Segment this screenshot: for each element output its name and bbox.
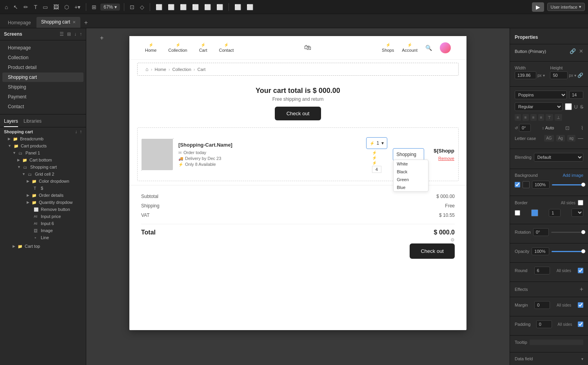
list-view-icon[interactable]: ☰ (60, 31, 64, 37)
nav-search-icon[interactable]: 🔍 (425, 45, 432, 51)
strikethrough-icon[interactable]: S̶ (580, 104, 583, 110)
align-top-text-btn[interactable]: ⊤ (546, 114, 553, 121)
font-style-select[interactable]: Regular (515, 102, 563, 111)
align-right-btn[interactable]: ≡ (530, 114, 537, 121)
layer-shopping-cart[interactable]: ▼ 🗂 Shopping cart (0, 163, 86, 171)
layers-sort-up-icon[interactable]: ↑ (80, 129, 82, 134)
diamond-icon[interactable]: ◇ (138, 3, 146, 11)
color-option-blue[interactable]: Blue (394, 183, 428, 191)
resize-icon[interactable]: ⊡ (565, 125, 570, 131)
round-toggle[interactable] (578, 268, 583, 273)
close-component-icon[interactable]: ✕ (579, 48, 583, 54)
grid-view-icon[interactable]: ⊞ (67, 31, 71, 37)
font-color-swatch[interactable] (565, 103, 572, 110)
sidebar-item-shipping[interactable]: Shipping (2, 82, 83, 92)
layer-panel-1[interactable]: ▼ 🗂 Panel 1 (0, 149, 86, 156)
align-left-icon[interactable]: ⬜ (154, 3, 164, 11)
add-image-button[interactable]: Add image (563, 173, 583, 178)
rotation-slider[interactable] (551, 232, 583, 233)
nav-link-collection[interactable]: ⚡ Collection (168, 43, 187, 53)
layer-dollar[interactable]: T $ (0, 185, 86, 192)
blending-select[interactable]: Default (534, 153, 583, 162)
color-option-white[interactable]: White (394, 160, 428, 168)
layer-input-6[interactable]: AI Input 6 (0, 220, 86, 227)
layer-color-dropdown[interactable]: ▶ 📁 Color dropdown (0, 178, 86, 185)
breadcrumb-item-collection[interactable]: Collection (172, 67, 191, 72)
padding-toggle[interactable] (578, 321, 583, 327)
underline-icon[interactable]: U (574, 104, 578, 110)
layers-sort-down-icon[interactable]: ↓ (75, 129, 77, 134)
height-dropdown-icon[interactable]: ▾ (574, 73, 576, 78)
border-toggle[interactable] (578, 200, 583, 205)
uppercase-btn[interactable]: AG (544, 135, 554, 142)
tab-layers[interactable]: Layers (4, 116, 18, 127)
sort-down-icon[interactable]: ↓ (74, 31, 76, 37)
canvas-add-icon[interactable]: + (100, 35, 103, 42)
sidebar-item-collection[interactable]: Collection (2, 53, 83, 62)
grid-icon[interactable]: ⊡ (128, 3, 136, 11)
rotation-input[interactable] (519, 124, 531, 132)
layer-image[interactable]: 🖼 Image (0, 227, 86, 234)
padding-input[interactable] (536, 320, 552, 328)
layer-order-details[interactable]: ▶ 📁 Order details (0, 192, 86, 199)
home-icon[interactable]: ⌂ (3, 3, 9, 11)
tab-shopping-cart[interactable]: Shopping cart ✕ (36, 17, 80, 28)
align-bottom-text-btn[interactable]: ⊥ (555, 114, 562, 121)
ui-dropdown[interactable]: User interface ▾ (547, 3, 585, 11)
data-field-dropdown-icon[interactable]: ▾ (581, 357, 583, 361)
layer-cart-bottom[interactable]: ▶ 📁 Cart bottom (0, 156, 86, 163)
cursor-icon[interactable]: ↖ (12, 3, 20, 11)
dist-v-icon[interactable]: ⬜ (245, 3, 255, 11)
titlecase-btn[interactable]: Ag (556, 135, 565, 142)
layer-grid-cell-2[interactable]: ▼ 🗂 Grid cell 2 (0, 171, 86, 178)
plus-icon[interactable]: +▾ (73, 3, 82, 11)
text-overflow-icon[interactable]: ⌇ (581, 125, 583, 131)
sort-up-icon[interactable]: ↑ (80, 31, 82, 37)
img-icon[interactable]: 🖼 (52, 3, 60, 11)
bg-color-swatch[interactable] (523, 181, 530, 188)
quantity-dropdown[interactable]: ⚡ 1 ▾ (366, 137, 388, 149)
nav-link-contact[interactable]: ⚡ Contact (219, 43, 234, 53)
width-input[interactable] (515, 71, 536, 79)
layer-cart-products[interactable]: ▼ 📁 Cart products (0, 142, 86, 149)
font-size-input[interactable] (569, 91, 583, 99)
tab-close-icon[interactable]: ✕ (73, 20, 76, 24)
checkout-button-top[interactable]: Check out (275, 107, 321, 120)
sidebar-item-payment[interactable]: Payment (2, 92, 83, 102)
font-select[interactable]: Poppins (515, 91, 567, 99)
rotation-value-input[interactable] (533, 228, 549, 236)
nav-shops[interactable]: ⚡ Shops (382, 43, 394, 53)
lowercase-btn[interactable]: ag (567, 135, 575, 142)
text-icon[interactable]: T (32, 3, 39, 11)
height-input[interactable] (550, 71, 568, 79)
tooltip-input[interactable] (530, 340, 583, 345)
opacity-input[interactable] (532, 247, 549, 255)
bg-opacity-slider[interactable] (552, 184, 583, 185)
layer-cart-top[interactable]: ▶ 📁 Cart top (0, 243, 86, 250)
border-width-input[interactable] (549, 209, 561, 217)
border-color-swatch[interactable] (531, 209, 538, 216)
round-input[interactable] (534, 267, 550, 274)
tab-libraries[interactable]: Libraries (24, 116, 42, 127)
checkout-button-bottom[interactable]: Check out (410, 243, 455, 259)
remove-button[interactable]: Remove (438, 156, 454, 161)
sidebar-item-contact[interactable]: Contact (2, 102, 83, 111)
zoom-control[interactable]: 67% ▾ (100, 4, 120, 11)
border-color-toggle[interactable] (515, 210, 520, 216)
align-middle-icon[interactable]: ⬜ (203, 3, 212, 11)
rect-icon[interactable]: ▭ (41, 3, 49, 11)
breadcrumb-item-home[interactable]: Home (155, 67, 166, 72)
tab-add[interactable]: + (81, 18, 91, 28)
margin-toggle[interactable] (578, 302, 583, 308)
layer-breadcrumb[interactable]: ▶ 📁 Breadcrumb (0, 135, 86, 142)
align-left-btn[interactable]: ≡ (515, 114, 521, 121)
tab-homepage[interactable]: Homepage (3, 18, 36, 28)
sidebar-item-shopping-cart[interactable]: Shopping cart (2, 73, 83, 82)
play-button[interactable]: ▶ (532, 2, 544, 12)
align-justify-btn[interactable]: ≡ (538, 114, 544, 121)
border-style-select[interactable]: — (572, 209, 583, 217)
bg-opacity-input[interactable] (532, 181, 550, 189)
nav-link-home[interactable]: ⚡ Home (145, 43, 156, 53)
link-dimensions-icon[interactable]: 🔗 (577, 73, 583, 78)
layer-remove-button[interactable]: ⬜ Remove button (0, 206, 86, 213)
